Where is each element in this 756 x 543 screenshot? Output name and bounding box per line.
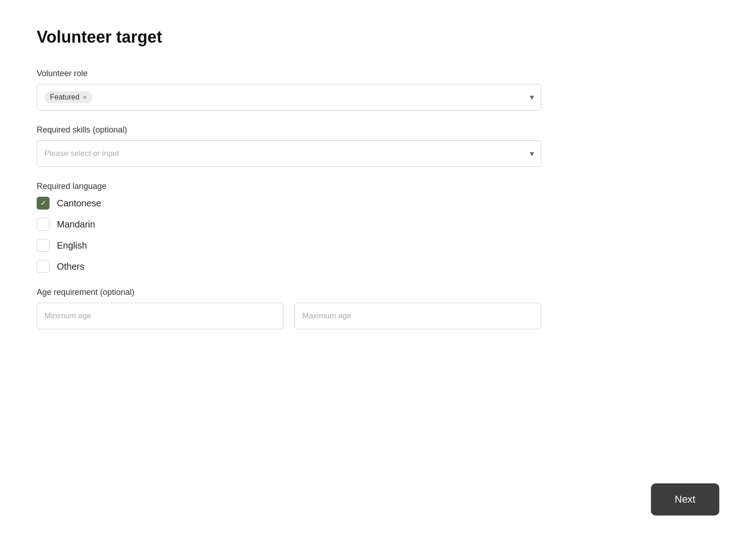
- checkbox-label-others: Others: [57, 261, 84, 272]
- page-title: Volunteer target: [37, 28, 719, 47]
- required-skills-inner: Please select or input: [44, 149, 519, 158]
- minimum-age-input[interactable]: [37, 303, 284, 329]
- required-skills-placeholder: Please select or input: [44, 149, 119, 158]
- required-skills-select-wrapper: Please select or input ▾: [37, 140, 541, 167]
- bottom-bar: Next: [651, 483, 719, 515]
- checkbox-label-mandarin: Mandarin: [57, 219, 95, 230]
- required-skills-label: Required skills (optional): [37, 125, 541, 135]
- volunteer-role-tags: Featured ×: [44, 91, 519, 103]
- maximum-age-input[interactable]: [295, 303, 541, 329]
- age-requirement-field: Age requirement (optional): [37, 288, 541, 329]
- checkbox-item-others[interactable]: Others: [37, 260, 541, 273]
- required-skills-field: Required skills (optional) Please select…: [37, 125, 541, 167]
- required-skills-select[interactable]: Please select or input: [37, 140, 541, 167]
- checkbox-item-mandarin[interactable]: Mandarin: [37, 218, 541, 231]
- checkbox-label-english: English: [57, 240, 87, 251]
- checkmark-cantonese: ✓: [40, 199, 46, 207]
- featured-tag-remove[interactable]: ×: [83, 94, 87, 100]
- checkbox-cantonese[interactable]: ✓: [37, 197, 50, 210]
- checkbox-label-cantonese: Cantonese: [57, 198, 101, 209]
- age-requirement-label: Age requirement (optional): [37, 288, 541, 297]
- next-button[interactable]: Next: [651, 483, 719, 515]
- form-section: Volunteer role Featured × ▾ Required ski…: [37, 69, 541, 344]
- volunteer-role-label: Volunteer role: [37, 69, 541, 78]
- checkbox-english[interactable]: [37, 239, 50, 252]
- age-inputs-wrapper: [37, 303, 541, 329]
- checkbox-item-cantonese[interactable]: ✓ Cantonese: [37, 197, 541, 210]
- checkbox-item-english[interactable]: English: [37, 239, 541, 252]
- page-container: Volunteer target Volunteer role Featured…: [0, 0, 756, 543]
- language-checkbox-group: ✓ Cantonese Mandarin English: [37, 197, 541, 273]
- featured-tag: Featured ×: [44, 91, 92, 103]
- checkbox-mandarin[interactable]: [37, 218, 50, 231]
- volunteer-role-field: Volunteer role Featured × ▾: [37, 69, 541, 111]
- checkbox-others[interactable]: [37, 260, 50, 273]
- featured-tag-label: Featured: [50, 93, 79, 101]
- required-language-field: Required language ✓ Cantonese Mandarin: [37, 182, 541, 273]
- required-language-label: Required language: [37, 182, 541, 191]
- volunteer-role-select[interactable]: Featured ×: [37, 84, 541, 111]
- volunteer-role-select-wrapper: Featured × ▾: [37, 84, 541, 111]
